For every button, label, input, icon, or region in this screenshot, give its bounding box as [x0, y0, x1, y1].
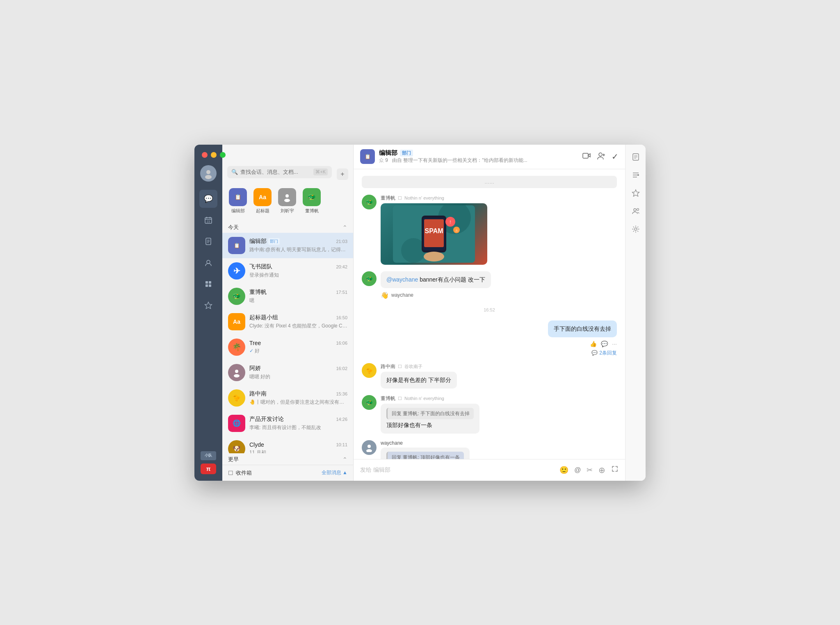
all-messages-button[interactable]: 全部消息 ▲	[322, 469, 347, 476]
today-toggle[interactable]: ⌃	[342, 224, 347, 231]
pi-badge[interactable]: π	[201, 464, 216, 474]
check-icon[interactable]: ✓	[612, 152, 619, 161]
reply-thread-link[interactable]: 💬 2条回复	[591, 350, 617, 357]
svg-rect-12	[205, 281, 208, 284]
nav-item-calendar[interactable]: 23	[199, 211, 217, 229]
msg-reaction: 👋 waychane	[381, 291, 491, 299]
today-label: 今天	[228, 224, 239, 231]
pinned-avatars: 📋 编辑部 Aa 起标题 刘昕宇	[227, 186, 348, 217]
chat-info-chanpin: 产品开发讨论 14:26 李曦: 而且得有设计图，不能乱改	[249, 416, 347, 431]
pinned-item-qibiaoti[interactable]: Aa 起标题	[253, 188, 272, 214]
at-button[interactable]: @	[574, 466, 581, 474]
nav-item-contacts[interactable]	[199, 254, 217, 272]
msg-content-dong-reply: 董博帆 ☐ Nothin n' everything 回复 董博帆: 手下面的白…	[381, 395, 479, 434]
right-icon-star[interactable]	[628, 186, 643, 200]
msg-avatar-waychane	[362, 440, 377, 455]
inbox-label: ☐ 收件箱	[228, 469, 252, 477]
chat-item-lu[interactable]: 🐤 路中南 15:36 🤚丨嗯对的，但是你要注意这之间有没有文字...	[222, 385, 353, 411]
reply-quote-waychane: 回复 董博帆: 顶部好像也有一条	[386, 452, 464, 459]
pinned-item-liuxinyu[interactable]: 刘昕宇	[278, 188, 296, 214]
user-avatar[interactable]	[200, 165, 217, 182]
chat-info-ajiao: 阿娇 16:02 嗯嗯 好的	[249, 365, 347, 380]
expand-button[interactable]	[611, 465, 619, 475]
msg-bubble-self: 手下面的白线没有去掉	[548, 320, 617, 337]
chat-item-tree[interactable]: 🌴 Tree 16:06 ✓ 好	[222, 334, 353, 360]
search-bar[interactable]: 🔍 查找会话、消息、文档... ⌘+K	[227, 166, 332, 178]
svg-text:23: 23	[207, 220, 210, 223]
nav-item-chat[interactable]: 💬	[199, 190, 217, 208]
input-icons: 🙂 @ ✂ ⊕	[559, 465, 619, 475]
nav-item-favorites[interactable]	[199, 296, 217, 314]
right-icon-files[interactable]	[628, 150, 643, 164]
earlier-label: 更早	[228, 456, 239, 463]
msg-image-spam: SPAM ! ⚠	[381, 203, 487, 265]
chat-main: 📋 编辑部 部门 众 9 由自 整理一下有关新版的一些相关文档："给内部看的新功…	[354, 145, 625, 481]
svg-rect-15	[209, 284, 211, 287]
chat-info-lu: 路中南 15:36 🤚丨嗯对的，但是你要注意这之间有没有文字...	[249, 390, 347, 406]
chat-name-lu: 路中南	[249, 390, 267, 398]
add-button[interactable]: ⊕	[598, 465, 605, 475]
svg-point-32	[424, 252, 444, 261]
chat-item-feishu[interactable]: ✈ 飞书团队 20:42 登录操作通知	[222, 258, 353, 284]
right-icon-list[interactable]	[628, 168, 643, 182]
chat-header: 📋 编辑部 部门 众 9 由自 整理一下有关新版的一些相关文档："给内部看的新功…	[354, 145, 625, 169]
svg-point-0	[206, 170, 210, 174]
msg-channel-dong: Nothin n' everything	[404, 195, 444, 200]
add-chat-button[interactable]: +	[337, 168, 348, 180]
msg-sender-name-dong: 董博帆	[381, 195, 395, 202]
earlier-toggle[interactable]: ⌃	[342, 456, 347, 463]
chat-item-dong[interactable]: 🐲 董博帆 17:51 嗯	[222, 284, 353, 309]
chat-name-qibiaoti: 起标题小组	[249, 314, 278, 321]
mention-waychane: @waychane	[386, 276, 418, 283]
avatar-chanpin: 🌐	[228, 415, 245, 432]
cut-button[interactable]: ✂	[587, 466, 593, 475]
chat-input-area: 发给 编辑部 🙂 @ ✂ ⊕	[354, 459, 625, 481]
chat-time-ajiao: 16:02	[336, 366, 347, 371]
maximize-button[interactable]	[220, 152, 226, 158]
nav-bottom: 小队 π	[201, 451, 216, 481]
minimize-button[interactable]	[211, 152, 217, 158]
msg-avatar-dong2: 🐲	[362, 271, 377, 286]
chat-list-header: 🔍 查找会话、消息、文档... ⌘+K + 📋 编辑部 Aa 起标题	[222, 145, 353, 221]
msg-sender-name-waychane: waychane	[381, 440, 403, 446]
chat-info-clyde: Clyde 10:11 11 月初	[249, 441, 347, 453]
msg-row-self: 手下面的白线没有去掉 👍 💬 ··· 💬 2条回复	[362, 320, 617, 357]
chat-header-name: 编辑部 部门	[379, 149, 578, 157]
add-member-icon[interactable]	[597, 151, 606, 162]
chat-name-bianjibu: 编辑部	[249, 238, 267, 245]
wave-emoji: 👋	[381, 291, 389, 299]
chat-item-ajiao[interactable]: 阿娇 16:02 嗯嗯 好的	[222, 360, 353, 385]
chat-item-bianjibu[interactable]: 📋 编辑部 部门 21:03 路中南:@所有人 明天要写新玩意儿，记得提前...	[222, 233, 353, 258]
svg-rect-13	[209, 281, 211, 284]
nav-item-apps[interactable]	[199, 275, 217, 293]
xiaodui-badge[interactable]: 小队	[201, 451, 216, 460]
time-label-1652: 16:52	[362, 307, 617, 312]
right-sidebar	[625, 145, 646, 481]
pinned-item-dong[interactable]: 🐲 董博帆	[303, 188, 321, 214]
msg-avatar-lu: 🐤	[362, 363, 377, 378]
pinned-item-editorial[interactable]: 📋 编辑部	[229, 188, 247, 214]
like-button[interactable]: 👍	[590, 341, 597, 347]
chat-item-chanpin[interactable]: 🌐 产品开发讨论 14:26 李曦: 而且得有设计图，不能乱改	[222, 411, 353, 436]
comment-button[interactable]: 💬	[601, 341, 608, 347]
right-icon-settings[interactable]	[628, 222, 643, 236]
chat-item-clyde[interactable]: 🐶 Clyde 10:11 11 月初	[222, 436, 353, 453]
more-button[interactable]: ···	[612, 341, 617, 347]
msg-channel-icon-lu: ☐	[398, 364, 402, 369]
close-button[interactable]	[202, 152, 208, 158]
chat-info-feishu: 飞书团队 20:42 登录操作通知	[249, 263, 347, 279]
nav-item-docs[interactable]	[199, 232, 217, 250]
emoji-button[interactable]: 🙂	[559, 466, 568, 475]
msg-row-waychane: waychane 回复 董博帆: 顶部好像也有一条 @董博帆 看到了	[362, 440, 617, 459]
chat-item-qibiaoti[interactable]: Aa 起标题小组 16:50 Clyde: 没有 Pixel 4 也能拍星空，G…	[222, 309, 353, 334]
right-icon-members[interactable]	[628, 204, 643, 218]
avatar-qibiaoti: Aa	[228, 313, 245, 330]
video-call-icon[interactable]	[582, 151, 591, 162]
chat-list-panel: 🔍 查找会话、消息、文档... ⌘+K + 📋 编辑部 Aa 起标题	[222, 145, 354, 481]
chat-preview-bianjibu: 路中南:@所有人 明天要写新玩意儿，记得提前...	[249, 246, 347, 253]
pinned-avatar-liuxinyu	[278, 188, 296, 206]
chat-name-chanpin: 产品开发讨论	[249, 416, 284, 423]
svg-point-18	[284, 199, 290, 202]
chat-input-field[interactable]: 发给 编辑部	[360, 466, 555, 474]
reply-quote-dong: 回复 董博帆: 手下面的白线没有去掉	[386, 408, 474, 419]
